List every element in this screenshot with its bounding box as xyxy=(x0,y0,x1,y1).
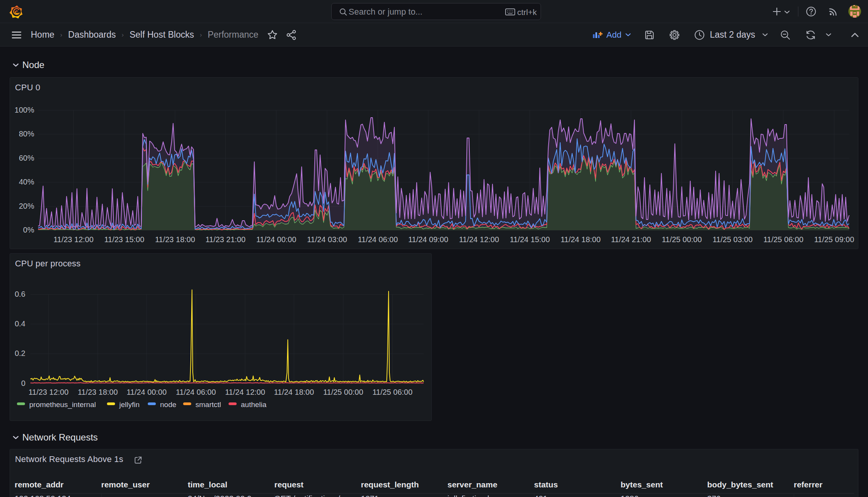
svg-text:0.2: 0.2 xyxy=(15,349,25,357)
svg-text:11/24 09:00: 11/24 09:00 xyxy=(408,235,448,244)
svg-text:11/24 03:00: 11/24 03:00 xyxy=(307,235,347,244)
svg-text:11/25 06:00: 11/25 06:00 xyxy=(372,388,412,396)
svg-text:0%: 0% xyxy=(23,226,34,234)
svg-text:11/24 12:00: 11/24 12:00 xyxy=(459,235,499,244)
svg-text:11/24 06:00: 11/24 06:00 xyxy=(358,235,398,244)
svg-text:20%: 20% xyxy=(19,202,34,210)
svg-text:11/25 00:00: 11/25 00:00 xyxy=(323,388,363,396)
svg-text:11/24 00:00: 11/24 00:00 xyxy=(256,235,296,244)
svg-text:smartctl: smartctl xyxy=(195,401,221,409)
svg-text:11/24 21:00: 11/24 21:00 xyxy=(611,235,651,244)
svg-text:11/24 00:00: 11/24 00:00 xyxy=(127,388,167,396)
svg-text:jellyfin: jellyfin xyxy=(119,401,140,409)
svg-text:11/23 12:00: 11/23 12:00 xyxy=(28,388,68,396)
svg-text:11/25 09:00: 11/25 09:00 xyxy=(814,235,854,244)
svg-text:11/24 15:00: 11/24 15:00 xyxy=(510,235,550,244)
svg-text:11/24 12:00: 11/24 12:00 xyxy=(225,388,265,396)
svg-text:11/23 18:00: 11/23 18:00 xyxy=(155,235,195,244)
svg-text:11/24 06:00: 11/24 06:00 xyxy=(176,388,216,396)
svg-text:authelia: authelia xyxy=(241,401,267,409)
svg-text:11/23 12:00: 11/23 12:00 xyxy=(53,235,93,244)
svg-text:0.6: 0.6 xyxy=(15,290,25,298)
svg-text:11/25 03:00: 11/25 03:00 xyxy=(713,235,753,244)
svg-text:100%: 100% xyxy=(15,106,34,114)
svg-text:0: 0 xyxy=(21,379,25,387)
svg-text:11/23 18:00: 11/23 18:00 xyxy=(78,388,118,396)
svg-text:prometheus_internal: prometheus_internal xyxy=(29,401,96,409)
svg-text:11/24 18:00: 11/24 18:00 xyxy=(274,388,314,396)
svg-text:11/23 21:00: 11/23 21:00 xyxy=(205,235,245,244)
svg-text:node: node xyxy=(160,401,176,409)
svg-text:11/25 00:00: 11/25 00:00 xyxy=(662,235,702,244)
svg-text:0.4: 0.4 xyxy=(15,319,25,328)
svg-text:40%: 40% xyxy=(19,178,34,186)
svg-text:80%: 80% xyxy=(19,130,34,138)
svg-text:11/23 15:00: 11/23 15:00 xyxy=(104,235,144,244)
svg-text:11/25 06:00: 11/25 06:00 xyxy=(763,235,803,244)
svg-text:60%: 60% xyxy=(19,154,34,162)
svg-text:11/24 18:00: 11/24 18:00 xyxy=(561,235,601,244)
